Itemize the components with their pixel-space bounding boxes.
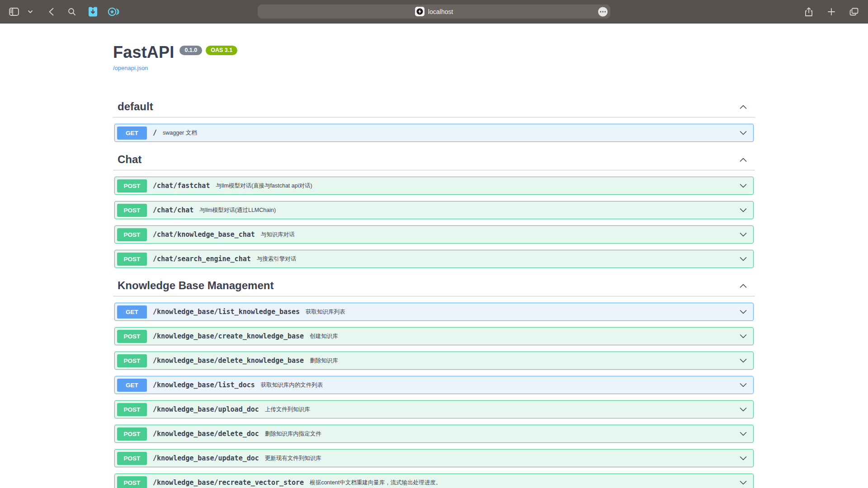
api-section: Knowledge Base Management GET /knowledge… [113, 279, 755, 488]
endpoint-row[interactable]: POST /chat/search_engine_chat 与搜索引擎对话 [114, 250, 754, 268]
endpoint-description: 获取知识库列表 [306, 308, 345, 316]
expand-endpoint-icon[interactable] [740, 129, 747, 137]
endpoint-row[interactable]: POST /knowledge_base/delete_knowledge_ba… [114, 352, 754, 370]
search-icon [68, 8, 76, 16]
collapse-section-icon[interactable] [740, 282, 747, 290]
endpoint-row[interactable]: POST /chat/knowledge_base_chat 与知识库对话 [114, 225, 754, 244]
http-method-badge: POST [117, 228, 147, 241]
ellipsis-icon[interactable] [598, 7, 608, 16]
version-badge: 0.1.0 [179, 46, 202, 55]
collapse-section-icon[interactable] [740, 103, 747, 111]
new-tab-icon [828, 8, 835, 15]
endpoint-row[interactable]: GET /knowledge_base/list_knowledge_bases… [114, 303, 754, 321]
section-title: Knowledge Base Management [118, 279, 274, 292]
share-icon [805, 7, 813, 17]
expand-endpoint-icon[interactable] [740, 381, 747, 389]
url-text: localhost [428, 8, 453, 15]
endpoint-path: /knowledge_base/delete_knowledge_base [153, 357, 304, 365]
endpoint-row[interactable]: POST /knowledge_base/upload_doc 上传文件到知识库 [114, 400, 754, 418]
endpoint-row[interactable]: POST /chat/chat 与llm模型对话(通过LLMChain) [114, 201, 754, 219]
content-wrapper: FastAPI 0.1.0 OAS 3.1 /openapi.json defa… [104, 23, 764, 488]
endpoint-list: GET /knowledge_base/list_knowledge_bases… [113, 303, 755, 488]
sections: default GET / swagger 文档 Chat POST /chat… [113, 100, 755, 488]
tab-overview-icon [849, 8, 859, 16]
endpoint-path: /knowledge_base/list_knowledge_bases [153, 308, 300, 316]
endpoint-row[interactable]: POST /knowledge_base/delete_doc 删除知识库内指定… [114, 425, 754, 443]
section-title: Chat [118, 153, 142, 166]
expand-endpoint-icon[interactable] [740, 454, 747, 462]
expand-endpoint-icon[interactable] [740, 430, 747, 438]
address-bar[interactable]: localhost [258, 5, 610, 19]
http-method-badge: POST [117, 476, 147, 488]
tab-overview-button[interactable] [847, 4, 861, 19]
expand-endpoint-icon[interactable] [740, 308, 747, 316]
toolbar-right-group [802, 0, 868, 23]
collapse-section-icon[interactable] [740, 155, 747, 164]
section-title: default [118, 100, 153, 113]
expand-endpoint-icon[interactable] [740, 405, 747, 413]
endpoint-path: /chat/fastchat [153, 182, 210, 190]
swagger-page: FastAPI 0.1.0 OAS 3.1 /openapi.json defa… [0, 23, 868, 488]
api-info: FastAPI 0.1.0 OAS 3.1 /openapi.json [113, 42, 755, 72]
shield-download-extension-icon [88, 6, 98, 17]
endpoint-path: /knowledge_base/list_docs [153, 381, 255, 389]
endpoint-row[interactable]: GET / swagger 文档 [114, 124, 754, 142]
http-method-badge: POST [117, 427, 147, 441]
openapi-spec-link[interactable]: /openapi.json [113, 65, 148, 71]
endpoint-path: /knowledge_base/update_doc [153, 454, 259, 462]
extension-shield-button[interactable] [86, 4, 99, 19]
new-tab-button[interactable] [825, 4, 838, 19]
endpoint-row[interactable]: POST /knowledge_base/update_doc 更新现有文件到知… [114, 449, 754, 467]
endpoint-description: 与llm模型对话(通过LLMChain) [199, 206, 276, 214]
endpoint-description: 删除知识库 [310, 357, 338, 365]
back-icon [49, 8, 54, 16]
http-method-badge: GET [117, 127, 147, 140]
expand-endpoint-icon[interactable] [740, 206, 747, 214]
chevron-down-icon [28, 10, 33, 13]
section-header[interactable]: Knowledge Base Management [113, 279, 755, 296]
endpoint-path: /knowledge_base/recreate_vector_store [153, 479, 304, 487]
extension-ripple-button[interactable] [107, 4, 120, 19]
endpoint-description: 更新现有文件到知识库 [265, 455, 321, 462]
endpoint-path: /knowledge_base/delete_doc [153, 430, 259, 438]
endpoint-path: /chat/chat [153, 206, 193, 214]
section-header[interactable]: Chat [113, 153, 755, 170]
http-method-badge: POST [117, 253, 147, 266]
endpoint-description: 创建知识库 [310, 333, 338, 340]
oas-badge: OAS 3.1 [206, 46, 237, 55]
sidebar-menu-button[interactable] [24, 4, 37, 19]
endpoint-row[interactable]: POST /knowledge_base/recreate_vector_sto… [114, 474, 754, 488]
expand-endpoint-icon[interactable] [740, 479, 747, 487]
http-method-badge: POST [117, 354, 147, 367]
http-method-badge: GET [117, 379, 147, 392]
share-button[interactable] [802, 4, 816, 19]
http-method-badge: POST [117, 403, 147, 416]
endpoint-description: 与llm模型对话(直接与fastchat api对话) [216, 182, 312, 190]
endpoint-row[interactable]: GET /knowledge_base/list_docs 获取知识库内的文件列… [114, 376, 754, 394]
expand-endpoint-icon[interactable] [740, 230, 747, 239]
endpoint-list: POST /chat/fastchat 与llm模型对话(直接与fastchat… [113, 177, 755, 268]
endpoint-description: 与搜索引擎对话 [257, 255, 297, 263]
endpoint-path: /knowledge_base/upload_doc [153, 405, 259, 413]
sidebar-toggle-button[interactable] [7, 4, 21, 19]
expand-endpoint-icon[interactable] [740, 332, 747, 340]
expand-endpoint-icon[interactable] [740, 255, 747, 263]
expand-endpoint-icon[interactable] [740, 182, 747, 190]
api-section: Chat POST /chat/fastchat 与llm模型对话(直接与fas… [113, 153, 755, 268]
endpoint-description: 获取知识库内的文件列表 [261, 381, 323, 389]
endpoint-description: 上传文件到知识库 [265, 406, 310, 413]
back-button[interactable] [44, 4, 58, 19]
endpoint-description: swagger 文档 [163, 129, 197, 137]
endpoint-path: /knowledge_base/create_knowledge_base [153, 332, 304, 340]
endpoint-path: / [153, 129, 157, 137]
endpoint-row[interactable]: POST /chat/fastchat 与llm模型对话(直接与fastchat… [114, 177, 754, 195]
section-header[interactable]: default [113, 100, 755, 117]
ripple-star-extension-icon [108, 7, 119, 17]
endpoint-path: /chat/search_engine_chat [153, 255, 251, 263]
site-favicon-bolt-icon [415, 7, 425, 16]
search-button[interactable] [65, 4, 79, 19]
endpoint-description: 删除知识库内指定文件 [265, 430, 321, 438]
endpoint-row[interactable]: POST /knowledge_base/create_knowledge_ba… [114, 327, 754, 345]
expand-endpoint-icon[interactable] [740, 357, 747, 365]
http-method-badge: GET [117, 305, 147, 319]
